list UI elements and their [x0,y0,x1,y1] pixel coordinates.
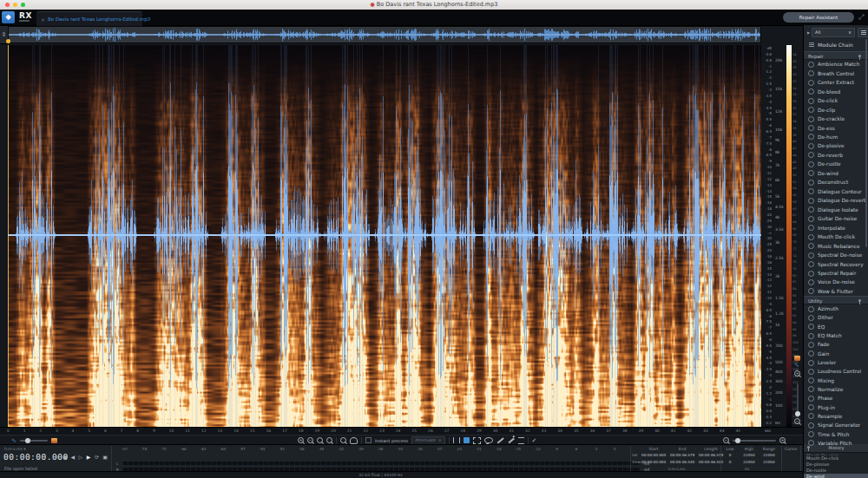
field-value[interactable]: 00:00:46.579 [670,453,694,457]
transport-loop-icon[interactable]: ⟳ [95,454,99,460]
blend-slider[interactable] [20,440,48,442]
instant-process-checkbox[interactable] [365,437,372,443]
frequency-selection-tool-icon[interactable] [473,437,481,444]
time-frequency-selection-tool-icon[interactable] [464,437,470,443]
module-item-time-pitch[interactable]: Time & Pitch [804,429,868,438]
zoom-selection-icon[interactable] [317,437,323,443]
zoom-out-icon[interactable]: − [307,437,313,443]
panel-expand-icon[interactable]: ⤢ [858,13,864,22]
module-item-spectral-repair[interactable]: Spectral Repair [804,269,868,278]
waveform-view-icon[interactable]: ∿ [794,363,802,368]
history-item[interactable]: Mouth De-click [804,455,868,462]
panel-scrollbar[interactable] [865,39,867,247]
field-value[interactable]: 0 [724,460,736,464]
transport-play-icon[interactable]: ▶ [87,454,91,460]
module-item-plug-in[interactable]: Plug-in [804,403,868,411]
field-value[interactable]: 00:00:00.000 [641,460,666,464]
vertical-zoom-slider[interactable] [797,383,799,418]
field-value[interactable]: 22050 [740,453,758,457]
field-value[interactable]: 00:00:46.530 [670,460,694,464]
harmonics-tool-icon[interactable] [518,437,524,444]
module-item-ambience-match[interactable]: Ambience Match [804,60,868,69]
module-item-voice-de-noise[interactable]: Voice De-noise [804,278,868,286]
transport-play-outline-icon[interactable]: ▷ [79,454,83,460]
history-item[interactable]: De-wind [804,474,868,478]
time-format-selector[interactable]: h:m:s.ms ▾ [4,447,25,451]
field-value[interactable]: 00:00:00.000 [641,453,666,457]
transport-record-icon[interactable]: ● [62,454,67,460]
module-item-de-ess[interactable]: De-ess [804,123,868,132]
transport-output-icon[interactable]: ▣ [102,454,108,460]
hzoom-slider-thumb[interactable] [735,438,740,443]
module-item-phase[interactable]: Phase [804,394,868,403]
module-item-de-click[interactable]: De-click [804,96,868,105]
module-item-spectral-recovery[interactable]: Spectral Recovery [804,259,868,268]
module-item-breath-control[interactable]: Breath Control [804,69,868,77]
spectrogram-colorbar[interactable] [786,45,792,427]
vertical-zoom-out-icon[interactable]: − [794,418,800,424]
module-item-de-clip[interactable]: De-clip [804,105,868,114]
module-item-dialogue-contour[interactable]: Dialogue Contour [804,187,868,196]
process-mode-dropdown[interactable]: Attenuate∨ [411,436,444,445]
overview-waveform[interactable] [8,26,761,43]
playhead-marker[interactable] [6,39,10,43]
zoom-reset-icon[interactable] [326,437,332,443]
tab-close-icon[interactable]: × [41,16,45,23]
module-item-spectral-de-noise[interactable]: Spectral De-noise [804,251,868,259]
module-item-de-bleed[interactable]: De-bleed [804,87,868,95]
history-item[interactable]: De-plosive [804,462,868,468]
field-value[interactable]: 00:00:46.530 [699,460,723,464]
module-item-signal-generator[interactable]: Signal Generator [804,421,868,429]
hzoom-slider[interactable] [733,440,776,442]
confirm-selection-icon[interactable]: ✓ [532,437,537,444]
hzoom-in-icon[interactable]: + [779,437,786,443]
module-item-dither[interactable]: Dither [804,313,868,322]
module-item-loudness-control[interactable]: Loudness Control [804,367,868,376]
transport-skip-back-icon[interactable]: ◀ [70,454,75,460]
magic-wand-tool-icon[interactable] [508,437,514,442]
module-item-de-crackle[interactable]: De-crackle [804,115,868,123]
waveform-blend-icon[interactable]: ∿ [11,438,16,443]
module-item-dialogue-isolate[interactable]: Dialogue Isolate [804,206,868,214]
level-meter-left[interactable] [122,462,640,465]
module-item-leveler[interactable]: Leveler [804,358,868,367]
module-item-center-extract[interactable]: Center Extract [804,78,868,87]
field-value[interactable]: 22050 [740,460,758,464]
overview-waveform-canvas[interactable] [9,27,760,43]
time-selection-tool-icon[interactable] [453,437,460,443]
file-tab[interactable]: × Bo Davis rant Texas Longhorns-Edited.m… [36,11,142,26]
hzoom-out-icon[interactable]: − [723,437,729,443]
module-item-variable-pitch[interactable]: Variable Pitch [804,439,868,448]
module-item-mouth-de-click[interactable]: Mouth De-click [804,232,868,241]
spectrogram-view-icon[interactable] [794,356,800,361]
module-item-wow-flutter[interactable]: Wow & Flutter [804,287,868,296]
module-item-eq-match[interactable]: EQ Match [804,331,868,340]
module-item-de-wind[interactable]: De-wind [804,169,868,178]
filter-arrow-icon[interactable]: ▶ [807,30,810,35]
field-value[interactable]: 22050 [760,460,778,464]
repair-assistant-button[interactable]: Repair Assistant [783,12,854,23]
brush-tool-icon[interactable] [496,437,503,443]
transport-monitor-icon[interactable]: ∩ [55,454,58,460]
zoom-in-icon[interactable]: + [298,437,304,443]
module-item-de-plosive[interactable]: De-plosive [804,141,868,150]
module-item-mixing[interactable]: Mixing [804,377,868,385]
module-item-interpolate[interactable]: Interpolate [804,223,868,232]
history-item[interactable]: De-rustle [804,468,868,474]
spectrogram-blend-icon[interactable] [51,438,57,443]
field-value[interactable]: 0 [724,453,736,457]
module-item-de-hum[interactable]: De-hum [804,133,868,141]
module-item-de-rustle[interactable]: De-rustle [804,160,868,168]
module-item-music-rebalance[interactable]: Music Rebalance [804,241,868,250]
panel-menu-button[interactable] [858,28,868,37]
rx-app-icon[interactable]: ◆ [2,11,15,23]
module-item-normalize[interactable]: Normalize [804,385,868,394]
spectrogram-canvas[interactable] [8,45,761,427]
module-item-azimuth[interactable]: Azimuth [804,304,868,313]
module-item-eq[interactable]: EQ [804,323,868,331]
module-filter-dropdown[interactable]: All∨ [812,28,855,37]
pin-icon[interactable] [858,55,861,57]
blend-slider-thumb[interactable] [25,438,30,443]
module-item-guitar-de-noise[interactable]: Guitar De-noise [804,214,868,223]
field-value[interactable]: 00:00:46.579 [699,453,723,457]
